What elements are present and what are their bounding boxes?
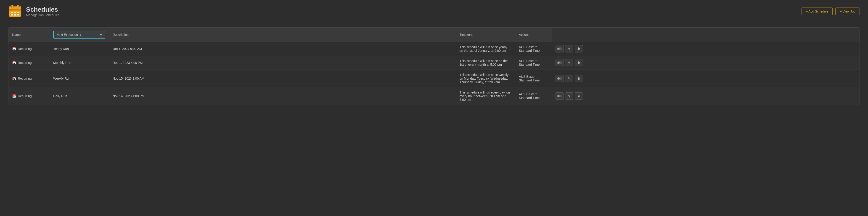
cell-description-1: This schedule will run once on the 1st o… xyxy=(456,56,515,70)
table-row: 📅 Recurring Daily Run Nov 14, 2023 4:00 … xyxy=(8,87,860,105)
trash-icon-2: 🗑 xyxy=(577,77,581,80)
cell-actions-1: ✎ 🗑 xyxy=(552,56,860,70)
edit-button-2[interactable]: ✎ xyxy=(565,75,574,82)
svg-rect-1 xyxy=(9,9,21,10)
edit-icon-2: ✎ xyxy=(568,77,570,80)
toggle-icon-3 xyxy=(557,95,562,97)
trash-icon-0: 🗑 xyxy=(577,47,581,51)
page-header: Schedules Manage Job Schedules. + Add Sc… xyxy=(0,0,868,23)
cell-timezone-1: AUS Eastern Standard Time xyxy=(515,56,552,70)
cell-name-3: Daily Run xyxy=(50,87,109,105)
sort-desc-icon: ↓ xyxy=(80,33,81,36)
svg-rect-6 xyxy=(18,12,19,13)
col-header-timezone: Timezone xyxy=(456,28,515,42)
cell-name-2: Weekly Run xyxy=(50,70,109,87)
column-menu-icon[interactable]: ≡ xyxy=(100,33,102,37)
table-row: 📅 Recurring Monthly Run Dec 1, 2023 5:00… xyxy=(8,56,860,70)
cell-next-execution-3: Nov 14, 2023 4:00 PM xyxy=(109,87,456,105)
schedules-table-container: Name Next Execution ↓ ≡ Description Time… xyxy=(8,27,860,105)
add-schedule-button[interactable]: + Add Schedule xyxy=(802,7,833,15)
cell-description-3: This schedule will run every day, on eve… xyxy=(456,87,515,105)
cell-name-0: Yearly Run xyxy=(50,42,109,56)
edit-button-0[interactable]: ✎ xyxy=(565,45,574,52)
col-header-actions: Actions xyxy=(515,28,552,42)
row-type-3: Recurring xyxy=(18,94,32,98)
row-type-2: Recurring xyxy=(18,77,32,80)
delete-button-3[interactable]: 🗑 xyxy=(575,93,583,100)
cell-type-0: 📅 Recurring xyxy=(8,42,50,56)
cell-type-1: 📅 Recurring xyxy=(8,56,50,70)
edit-icon-1: ✎ xyxy=(568,61,570,65)
table-body: 📅 Recurring Yearly Run Jan 1, 2024 9:00 … xyxy=(8,42,860,105)
svg-rect-9 xyxy=(18,14,19,15)
row-calendar-icon-2: 📅 xyxy=(12,77,16,80)
cell-timezone-3: AUS Eastern Standard Time xyxy=(515,87,552,105)
row-calendar-icon-0: 📅 xyxy=(12,47,16,51)
cell-next-execution-1: Dec 1, 2023 5:00 PM xyxy=(109,56,456,70)
edit-icon-3: ✎ xyxy=(568,94,570,98)
svg-rect-8 xyxy=(14,14,16,15)
cell-actions-2: ✎ 🗑 xyxy=(552,70,860,87)
table-row: 📅 Recurring Yearly Run Jan 1, 2024 9:00 … xyxy=(8,42,860,56)
trash-icon-1: 🗑 xyxy=(577,61,581,65)
edit-icon-0: ✎ xyxy=(568,47,570,51)
svg-rect-4 xyxy=(11,12,13,13)
cell-type-2: 📅 Recurring xyxy=(8,70,50,87)
calendar-icon xyxy=(8,4,22,19)
edit-button-3[interactable]: ✎ xyxy=(565,93,574,100)
svg-rect-5 xyxy=(14,12,16,13)
cell-timezone-0: AUS Eastern Standard Time xyxy=(515,42,552,56)
delete-button-1[interactable]: 🗑 xyxy=(575,59,583,66)
cell-actions-3: ✎ 🗑 xyxy=(552,87,860,105)
row-type-0: Recurring xyxy=(18,47,32,51)
svg-rect-3 xyxy=(17,5,19,8)
col-header-description: Description xyxy=(109,28,456,42)
view-job-button[interactable]: ≡ View Job xyxy=(835,7,860,15)
toggle-button-2[interactable] xyxy=(556,75,564,82)
edit-button-1[interactable]: ✎ xyxy=(565,59,574,66)
cell-actions-0: ✎ 🗑 xyxy=(552,42,860,56)
header-left: Schedules Manage Job Schedules. xyxy=(8,4,60,19)
trash-icon-3: 🗑 xyxy=(577,94,581,98)
toggle-icon-1 xyxy=(557,61,562,64)
cell-description-2: This schedule will run once weekly on Mo… xyxy=(456,70,515,87)
cell-type-3: 📅 Recurring xyxy=(8,87,50,105)
schedules-table: Name Next Execution ↓ ≡ Description Time… xyxy=(8,28,860,105)
page-title: Schedules xyxy=(26,6,60,13)
table-row: 📅 Recurring Weekly Run Nov 15, 2023 9:00… xyxy=(8,70,860,87)
delete-button-2[interactable]: 🗑 xyxy=(575,75,583,82)
col-header-next-execution[interactable]: Next Execution ↓ ≡ xyxy=(50,28,109,42)
header-buttons: + Add Schedule ≡ View Job xyxy=(802,7,860,15)
page-subtitle: Manage Job Schedules. xyxy=(26,13,60,17)
cell-timezone-2: AUS Eastern Standard Time xyxy=(515,70,552,87)
cell-next-execution-0: Jan 1, 2024 9:00 AM xyxy=(109,42,456,56)
table-header-row: Name Next Execution ↓ ≡ Description Time… xyxy=(8,28,860,42)
delete-button-0[interactable]: 🗑 xyxy=(575,45,583,52)
toggle-icon-0 xyxy=(557,47,562,50)
toggle-button-3[interactable] xyxy=(556,93,564,100)
cell-name-1: Monthly Run xyxy=(50,56,109,70)
row-type-1: Recurring xyxy=(18,61,32,65)
svg-rect-2 xyxy=(11,5,13,8)
toggle-button-0[interactable] xyxy=(556,45,564,52)
row-calendar-icon-1: 📅 xyxy=(12,61,16,65)
svg-rect-7 xyxy=(11,14,13,15)
cell-next-execution-2: Nov 15, 2023 9:00 AM xyxy=(109,70,456,87)
row-calendar-icon-3: 📅 xyxy=(12,94,16,98)
col-header-name: Name xyxy=(8,28,50,42)
header-title-block: Schedules Manage Job Schedules. xyxy=(26,6,60,17)
toggle-icon-2 xyxy=(557,77,562,80)
main-content: Name Next Execution ↓ ≡ Description Time… xyxy=(0,23,868,110)
cell-description-0: This schedule will run once yearly on th… xyxy=(456,42,515,56)
toggle-button-1[interactable] xyxy=(556,59,564,66)
